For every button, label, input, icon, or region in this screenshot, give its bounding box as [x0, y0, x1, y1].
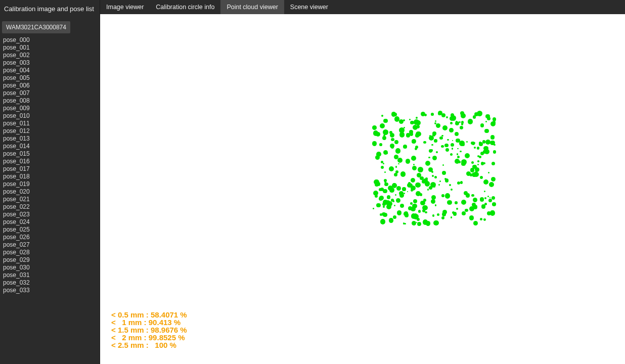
tab-scene-viewer[interactable]: Scene viewer: [284, 0, 334, 14]
pose-item[interactable]: pose_031: [3, 271, 100, 279]
pose-item[interactable]: pose_027: [3, 241, 100, 249]
device-id-chip[interactable]: WAM3021CA3000874: [2, 21, 70, 33]
pose-item[interactable]: pose_000: [3, 36, 100, 44]
stat-line: < 0.5 mm : 58.4071 %: [111, 311, 187, 318]
pose-item[interactable]: pose_022: [3, 203, 100, 211]
pose-item[interactable]: pose_015: [3, 150, 100, 158]
pose-item[interactable]: pose_004: [3, 67, 100, 74]
pose-item[interactable]: pose_007: [3, 89, 100, 97]
sidebar-title: Calibration image and pose list: [0, 0, 100, 18]
pose-item[interactable]: pose_010: [3, 112, 100, 120]
pose-item[interactable]: pose_020: [3, 188, 100, 196]
stat-line: < 2.5 mm : 100 %: [111, 341, 187, 349]
stat-line: < 1 mm : 90.413 %: [111, 318, 187, 326]
pose-item[interactable]: pose_005: [3, 74, 100, 82]
pose-item[interactable]: pose_018: [3, 173, 100, 180]
pose-list: pose_000pose_001pose_002pose_003pose_004…: [0, 36, 100, 364]
point-cloud: [373, 113, 495, 224]
pose-item[interactable]: pose_016: [3, 158, 100, 165]
pose-item[interactable]: pose_008: [3, 97, 100, 105]
pose-item[interactable]: pose_030: [3, 264, 100, 271]
main-area: Image viewerCalibration circle infoPoint…: [100, 0, 625, 364]
pose-item[interactable]: pose_029: [3, 256, 100, 264]
pose-item[interactable]: pose_026: [3, 234, 100, 241]
pose-item[interactable]: pose_028: [3, 249, 100, 256]
tab-image-viewer[interactable]: Image viewer: [100, 0, 150, 14]
pose-item[interactable]: pose_033: [3, 287, 100, 294]
pose-item[interactable]: pose_032: [3, 279, 100, 287]
pose-item[interactable]: pose_025: [3, 226, 100, 234]
pose-item[interactable]: pose_021: [3, 196, 100, 203]
stat-line: < 2 mm : 99.8525 %: [111, 334, 187, 341]
pose-item[interactable]: pose_019: [3, 180, 100, 188]
pose-item[interactable]: pose_006: [3, 82, 100, 89]
pose-item[interactable]: pose_014: [3, 143, 100, 150]
pose-item[interactable]: pose_023: [3, 211, 100, 218]
tab-point-cloud-viewer[interactable]: Point cloud viewer: [220, 0, 284, 14]
pose-item[interactable]: pose_017: [3, 165, 100, 173]
pose-item[interactable]: pose_009: [3, 105, 100, 112]
pose-item[interactable]: pose_012: [3, 127, 100, 135]
pose-item[interactable]: pose_001: [3, 44, 100, 52]
sidebar: Calibration image and pose list WAM3021C…: [0, 0, 100, 364]
pose-item[interactable]: pose_011: [3, 120, 100, 127]
point-cloud-viewer[interactable]: < 0.5 mm : 58.4071 %< 1 mm : 90.413 %< 1…: [100, 14, 625, 364]
pose-item[interactable]: pose_024: [3, 218, 100, 226]
pose-item[interactable]: pose_003: [3, 59, 100, 67]
accuracy-stats: < 0.5 mm : 58.4071 %< 1 mm : 90.413 %< 1…: [111, 311, 187, 349]
stat-line: < 1.5 mm : 98.9676 %: [111, 326, 187, 334]
pose-item[interactable]: pose_002: [3, 52, 100, 59]
tab-calibration-circle-info[interactable]: Calibration circle info: [150, 0, 220, 14]
tab-bar: Image viewerCalibration circle infoPoint…: [100, 0, 625, 14]
pose-item[interactable]: pose_013: [3, 135, 100, 143]
